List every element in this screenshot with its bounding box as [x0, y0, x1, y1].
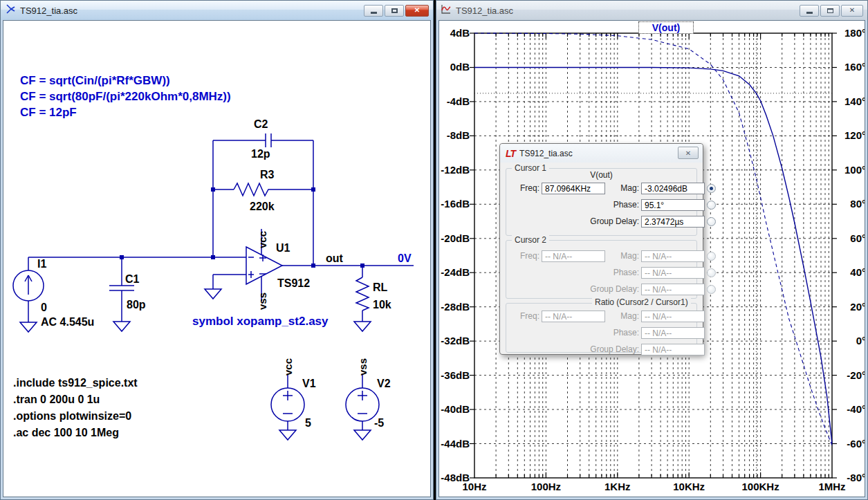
design-equations[interactable]: CF = sqrt(Cin/(pi*Rf*GBW))CF = sqrt(80pF…	[20, 73, 231, 120]
y-right-tick-label: 120°	[837, 129, 865, 142]
ratio-phase-field[interactable]: -- N/A--	[641, 327, 705, 339]
cursor1-group-delay-label: Group Delay:	[510, 216, 639, 226]
maximize-button[interactable]	[385, 5, 404, 17]
cursor2-mag-radio[interactable]	[707, 252, 716, 261]
waveform-close-button[interactable]: ✕	[841, 5, 863, 17]
lt-logo-icon: LT	[506, 148, 515, 159]
cursor1-phase-label: Phase:	[607, 200, 639, 210]
x-tick-label: 1MHz	[808, 481, 856, 493]
ratio-group-delay-label: Group Delay:	[510, 344, 639, 354]
cursor1-group-delay-radio[interactable]	[707, 217, 716, 226]
u1-ref-label[interactable]: U1	[276, 242, 290, 254]
cursor-dialog-close-button[interactable]: ✕	[678, 147, 699, 159]
i1-dc-label[interactable]: 0	[41, 302, 47, 314]
cursor2-phase-field[interactable]: -- N/A--	[641, 267, 705, 279]
directive-ac[interactable]: .ac dec 100 10 1Meg	[13, 427, 119, 439]
y-right-tick-label: 100°	[837, 164, 865, 176]
cursor2-group-delay-radio[interactable]	[707, 285, 716, 294]
y-left-tick-label: -44dB	[439, 438, 470, 450]
cursor-dialog[interactable]: LT TS912_tia.asc ✕ Cursor 1 V(out) Freq:…	[499, 143, 703, 355]
schematic-window-titlebar[interactable]: TS912_tia.asc ✕	[1, 1, 433, 20]
waveform-minimize-button[interactable]	[800, 5, 819, 17]
i1-ac-label[interactable]: AC 4.545u	[41, 316, 94, 328]
cursor2-group-delay-field[interactable]: -- N/A--	[641, 284, 705, 295]
out-voltage-label[interactable]: 0V	[398, 252, 412, 265]
y-left-tick-label: -12dB	[439, 164, 470, 176]
net-label-out[interactable]: out	[326, 252, 343, 265]
cursor2-phase-radio[interactable]	[707, 268, 716, 277]
minimize-button[interactable]	[364, 5, 383, 17]
y-left-tick-label: -4dB	[439, 95, 470, 108]
schematic-canvas[interactable]: CF = sqrt(Cin/(pi*Rf*GBW))CF = sqrt(80pF…	[3, 20, 431, 497]
cursor1-freq-field[interactable]: 87.0964KHz	[542, 183, 605, 194]
resistor-rl-symbol[interactable]	[356, 277, 369, 311]
y-left-tick-label: -20dB	[439, 232, 470, 245]
y-right-tick-label: 160°	[837, 61, 865, 73]
directive-tran[interactable]: .tran 0 200u 0 1u	[13, 393, 100, 406]
waveform-window-titlebar[interactable]: TS912_tia.asc ✕	[436, 1, 867, 20]
r3-value-label[interactable]: 220k	[250, 201, 275, 213]
v1-vcc-net-label[interactable]: vcc	[282, 358, 294, 376]
cursor1-mag-radio[interactable]	[707, 184, 716, 193]
trace-label[interactable]: V(out)	[638, 21, 694, 34]
symbol-note[interactable]: symbol xopamp_st2.asy	[192, 315, 329, 328]
capacitor-c1-symbol[interactable]	[109, 286, 134, 290]
cursor1-group: Cursor 1 V(out) Freq: 87.0964KHz Mag: -3…	[506, 168, 697, 236]
x-tick-label: 100KHz	[737, 481, 785, 493]
opamp-vcc-net-label[interactable]: vcc	[257, 231, 268, 248]
v2-vss-net-label[interactable]: vss	[357, 358, 369, 376]
v2-value-label[interactable]: -5	[374, 417, 384, 429]
ratio-legend: Ratio (Cursor2 / Cursor1)	[592, 297, 691, 307]
waveform-window-title: TS912_tia.asc	[456, 6, 513, 16]
y-right-tick-label: 60°	[837, 232, 865, 245]
cursor2-phase-label: Phase:	[607, 268, 639, 277]
u1-model-label[interactable]: TS912	[277, 277, 310, 290]
schematic-window-title: TS912_tia.asc	[20, 6, 77, 16]
ratio-freq-field[interactable]: -- N/A--	[542, 311, 605, 322]
cursor1-freq-label: Freq:	[510, 183, 539, 193]
waveform-restore-button[interactable]	[820, 5, 840, 17]
wires[interactable]	[28, 140, 414, 322]
opamp-vss-net-label[interactable]: vss	[257, 293, 268, 310]
ratio-group-delay-field[interactable]: -- N/A--	[641, 344, 705, 355]
y-left-tick-label: 4dB	[439, 27, 470, 39]
directive-include[interactable]: .include ts912_spice.txt	[13, 377, 138, 389]
directive-options[interactable]: .options plotwinsize=0	[13, 410, 131, 423]
y-left-tick-label: -16dB	[439, 198, 470, 210]
cursor1-phase-radio[interactable]	[707, 201, 716, 210]
y-right-tick-label: 140°	[837, 95, 865, 108]
cursor1-group-delay-field[interactable]: 2.37472µs	[641, 216, 705, 228]
cursor2-freq-field[interactable]: -- N/A--	[542, 250, 605, 262]
c1-value-label[interactable]: 80p	[127, 299, 146, 311]
rl-value-label[interactable]: 10k	[373, 299, 391, 311]
voltage-source-v1-symbol[interactable]	[271, 374, 304, 430]
c2-ref-label[interactable]: C2	[254, 118, 268, 131]
x-tick-label: 1KHz	[593, 481, 642, 493]
r3-ref-label[interactable]: R3	[260, 169, 274, 181]
v2-ref-label[interactable]: V2	[377, 378, 391, 390]
y-right-tick-label: -40°	[837, 403, 865, 416]
cursor-dialog-titlebar[interactable]: LT TS912_tia.asc	[500, 144, 703, 163]
v1-value-label[interactable]: 5	[305, 417, 311, 429]
cursor2-legend: Cursor 2	[512, 235, 549, 245]
y-left-tick-label: -40dB	[439, 403, 470, 416]
ratio-mag-field[interactable]: -- N/A--	[641, 311, 705, 322]
v1-ref-label[interactable]: V1	[302, 378, 316, 390]
y-left-tick-label: -8dB	[439, 129, 470, 142]
close-button[interactable]: ✕	[405, 5, 429, 17]
x-tick-label: 10KHz	[665, 481, 713, 493]
capacitor-c2-symbol[interactable]	[266, 133, 271, 147]
cursor1-trace-name: V(out)	[506, 170, 696, 180]
rl-ref-label[interactable]: RL	[373, 281, 387, 294]
cursor1-mag-field[interactable]: -3.02496dB	[641, 183, 705, 194]
c1-ref-label[interactable]: C1	[125, 273, 139, 286]
cursor1-phase-field[interactable]: 95.1°	[641, 199, 705, 211]
x-tick-label: 100Hz	[521, 481, 570, 493]
y-right-tick-label: -60°	[837, 438, 865, 450]
i1-ref-label[interactable]: I1	[37, 258, 46, 270]
y-right-tick-label: 0°	[837, 335, 865, 347]
cursor2-mag-field[interactable]: -- N/A--	[641, 250, 705, 262]
c2-value-label[interactable]: 12p	[251, 148, 270, 160]
resistor-r3-symbol[interactable]	[234, 183, 270, 196]
current-source-i1-symbol[interactable]	[13, 270, 44, 301]
